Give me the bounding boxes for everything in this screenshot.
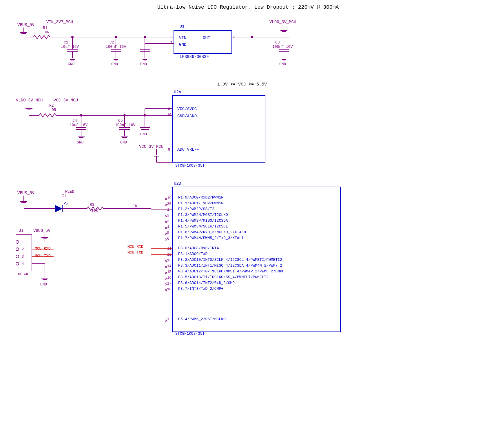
j1-box	[16, 235, 32, 271]
label-c3: C3	[275, 40, 280, 45]
label-r2-val: 0R	[52, 108, 56, 112]
label-c2: C2	[110, 40, 114, 45]
label-u2a-pin8: 8	[168, 107, 170, 111]
label-u1: U1	[180, 24, 185, 29]
u2b-pnum-5: 5	[167, 231, 169, 235]
u2b-p1-6: P1.6/PWM4P/RxD_3/MCLKO_2/XTALO	[178, 230, 246, 234]
u2b-p3-2: P3.2/ADC10/INT0/SCLK_4/I2CSCL_4/PWMETI/P…	[178, 258, 282, 262]
u2b-p3-4: P3.4/ADC12/T0/T1CLKO/MOSI_4/PWM4P_2/PWM8…	[178, 269, 285, 274]
label-c1: C1	[64, 40, 68, 45]
label-c4-val: 10uF 16V	[70, 123, 88, 127]
label-gnd-c1: GND	[68, 62, 75, 66]
label-gnd-u2a-gnd: GND	[140, 132, 147, 136]
u2b-p1-4: P1.4/PWM3P/MISO/I2CSDA	[178, 218, 228, 223]
label-gnd-c3: GND	[279, 62, 286, 66]
label-gnd-u1gnd: GND	[140, 62, 147, 66]
label-d1-wled: WLED	[65, 190, 74, 194]
label-c3-val: 100nF 16V	[272, 45, 293, 49]
label-vcc-range: 1.9V <= VCC <= 5.5V	[217, 82, 267, 87]
u2b-pnum-11: 11	[167, 247, 171, 251]
label-u2a-vcc: VCC/AVCC	[177, 107, 197, 111]
label-vcc3v-top: VCC_3V_MCU	[54, 98, 78, 103]
svg-point-93	[16, 241, 19, 243]
u2b-p3-5: P3.5/ADC13/T1/T0CLKO/SS_4/PWMFLT/PWMFLT2	[178, 275, 269, 279]
u2b-pnum-12: 12	[167, 253, 171, 257]
label-led-net: LED	[130, 204, 137, 208]
u2b-p3-3: P3.3/ADC11/INT1/MISO_4/I2CSDA_4/PWM4N_2/…	[178, 263, 282, 268]
u2b-p3-7: P3.7/INT3/TxD_2/CMP+	[178, 287, 223, 291]
u2b-pnum-18: 18	[167, 287, 171, 292]
label-c5-val: 100nF 16V	[115, 123, 135, 127]
label-vbus5v-j1: VBUS_5V	[33, 228, 50, 233]
label-mcu-rxd-u2b: MCU RXD	[127, 245, 143, 249]
u1-box	[174, 30, 232, 54]
u2b-p5-4: P5.4/PWM6_2/RST/MCLKO	[178, 317, 226, 321]
label-c1-val: 10uF 16V	[61, 45, 79, 49]
u2b-p3-6: P3.6/ADC14/INT2/RxD_2/CMP-	[178, 281, 237, 285]
u2b-p1-1: P1.1/ADC1/TxD2/PWM1N	[178, 201, 223, 205]
label-u1-out: OUT	[203, 36, 210, 40]
label-u2a: U2A	[174, 90, 181, 94]
u2b-p3-0: P3.0/ADC8/RxD/INT4	[178, 246, 219, 250]
u2b-p1-2: P1.2/PWM2P/SS/T2	[178, 207, 214, 211]
svg-point-23	[115, 36, 117, 38]
u2b-pnum-7: 7	[167, 318, 169, 322]
u2b-pnum-19: 19	[167, 196, 171, 200]
label-vbus5v-1: VBUS_5V	[17, 23, 34, 27]
label-mcu-txd-u2b: MCU TXD	[127, 250, 143, 255]
label-vcc3v-adcvref: VCC_3V_MCU	[139, 144, 163, 149]
label-vin3v7: VIN_3V7_MCU	[46, 20, 73, 24]
svg-line-90	[65, 203, 68, 205]
label-r2: R2	[49, 103, 54, 108]
label-j1-pin2: 2	[22, 247, 24, 252]
label-j1: J1	[19, 229, 23, 233]
title: Ultra-low Noise LDO Regulator, Low Dropo…	[157, 4, 339, 10]
u2b-pnum-14: 14	[167, 264, 171, 268]
u2b-pnum-16: 16	[167, 276, 171, 280]
svg-line-89	[64, 202, 66, 204]
label-c5: C5	[118, 119, 123, 123]
svg-point-64	[123, 114, 126, 116]
label-r3: R3	[90, 203, 94, 207]
label-vbus5v-bottom: VBUS_5V	[17, 191, 34, 195]
label-c4: C4	[72, 119, 77, 123]
label-j1-debug: DEBUG	[18, 272, 29, 276]
label-u2a-pin9: 9	[168, 148, 170, 152]
label-gnd-j1: GND	[40, 282, 47, 287]
u2b-p3-1: P3.1/ADC9/TxD	[178, 252, 208, 256]
label-vldo3v-left: VLDO_3V_MCU	[16, 98, 43, 103]
u2b-pnum-20: 20	[167, 202, 171, 206]
label-gnd-c4: GND	[77, 140, 84, 145]
schematic-canvas: Ultra-low Noise LDO Regulator, Low Dropo…	[0, 0, 496, 448]
label-j1-pin1: 1	[22, 240, 24, 244]
label-u1-part: LP3986-30B3F	[180, 54, 209, 59]
label-u2a-adcvref: ADC_VREF+	[177, 147, 199, 152]
u2b-p1-5: P1.5/PWM3N/SCLK/I2CSCL	[178, 224, 228, 229]
label-u1-vin: VIN	[179, 36, 186, 40]
label-u1-pin1: 1	[170, 41, 172, 45]
label-mcu-txd-j1: MCU TXD	[35, 254, 51, 258]
u2b-pnum-4: 4	[167, 225, 169, 229]
label-u2a-gnd: GND/AGND	[177, 114, 197, 119]
label-u2b-part: STC8H1K08-35I	[175, 332, 205, 336]
u2b-p1-3: P1.3/PWM2N/MOSI/T2CLKO	[178, 213, 228, 217]
label-j1-pin4: 4	[22, 262, 24, 266]
u2a-box	[172, 96, 265, 162]
svg-point-95	[16, 255, 19, 258]
u2b-pnum-13: 13	[167, 258, 171, 263]
svg-point-96	[16, 262, 19, 265]
label-r1: R1	[43, 26, 48, 30]
label-vldo3v-top: VLDO_3V_MCU	[269, 20, 296, 24]
schematic-svg: Ultra-low Noise LDO Regulator, Low Dropo…	[0, 0, 496, 448]
u2b-pnum-2: 2	[167, 214, 169, 218]
label-mcu-rxd-j1: MCU RXD	[35, 247, 51, 251]
label-gnd-c5: GND	[120, 140, 127, 145]
label-u2b: U2B	[174, 181, 181, 186]
svg-point-94	[16, 248, 19, 251]
label-u1-gnd: GND	[179, 42, 186, 47]
u2b-p1-7: P1.7/PWM4N/PWM5_2/TxD_3/XTALI	[178, 236, 244, 240]
u2b-pnum-17: 17	[167, 282, 171, 286]
u2b-pnum-15: 15	[167, 270, 171, 274]
label-u2a-part: STC8H1K08-35I	[175, 163, 205, 168]
label-r1-val: 0R	[45, 30, 50, 34]
